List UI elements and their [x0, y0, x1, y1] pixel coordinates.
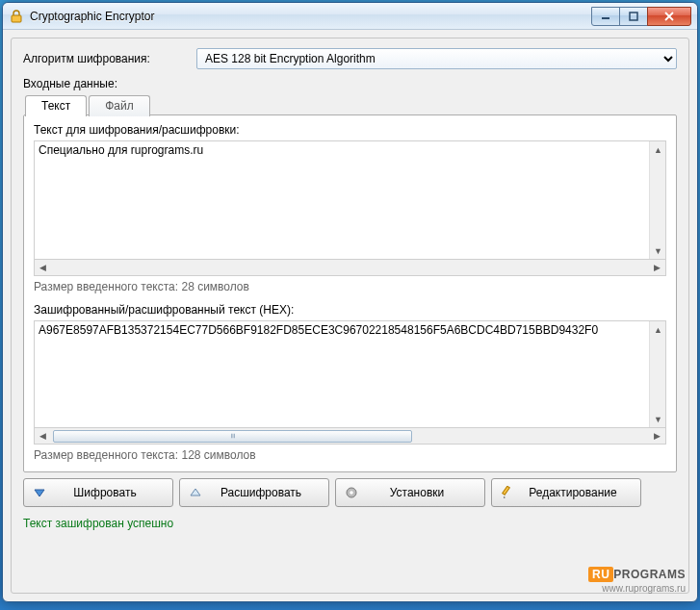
tab-file[interactable]: Файл [89, 95, 150, 116]
scroll-right-icon[interactable]: ▶ [649, 260, 665, 276]
svg-marker-4 [191, 489, 200, 496]
scroll-right-icon[interactable]: ▶ [649, 428, 665, 445]
scroll-left-icon[interactable]: ◀ [35, 428, 51, 445]
tabs: Текст Файл [25, 94, 677, 115]
algorithm-select[interactable]: AES 128 bit Encryption Algorithm [196, 48, 677, 69]
tab-panel-text: Текст для шифрования/расшифровки: ▲ ▼ ◀ … [23, 114, 677, 472]
edit-button[interactable]: Редактирование [491, 478, 641, 507]
main-panel: Алгоритм шифрования: AES 128 bit Encrypt… [11, 38, 689, 594]
svg-rect-7 [503, 486, 510, 495]
svg-marker-8 [504, 496, 506, 498]
maximize-button[interactable] [619, 7, 648, 26]
close-button[interactable] [647, 7, 691, 26]
encrypt-button[interactable]: Шифровать [23, 478, 173, 507]
scroll-track[interactable] [51, 428, 649, 445]
scroll-left-icon[interactable]: ◀ [35, 260, 51, 276]
svg-rect-0 [12, 15, 21, 22]
ciphertext-label: Зашифрованный/расшифрованный текст (HEX)… [34, 303, 666, 317]
algorithm-row: Алгоритм шифрования: AES 128 bit Encrypt… [23, 48, 677, 69]
input-data-label: Входные данные: [23, 77, 677, 90]
plaintext-label: Текст для шифрования/расшифровки: [34, 123, 666, 137]
status-message: Текст зашифрован успешно [23, 517, 677, 530]
svg-marker-3 [35, 490, 44, 496]
scroll-up-icon[interactable]: ▲ [650, 321, 666, 338]
plaintext-size-label: Размер введенного текста: 28 символов [34, 280, 666, 293]
lock-icon [9, 9, 24, 24]
client-area: Алгоритм шифрования: AES 128 bit Encrypt… [3, 30, 697, 601]
scrollbar-horizontal[interactable]: ◀ ▶ [34, 428, 666, 445]
logo-ru: RU [588, 567, 613, 582]
tab-text[interactable]: Текст [25, 95, 87, 116]
scroll-thumb[interactable] [53, 430, 412, 443]
logo-programs: PROGRAMS [613, 568, 686, 581]
decrypt-button[interactable]: Расшифровать [179, 478, 329, 507]
algorithm-label: Алгоритм шифрования: [23, 52, 196, 65]
scrollbar-vertical[interactable]: ▲ ▼ [649, 141, 665, 259]
action-buttons: Шифровать Расшифровать Установки [23, 478, 677, 507]
plaintext-input[interactable] [35, 141, 649, 259]
window-title: Cryptographic Encryptor [30, 10, 592, 23]
title-bar[interactable]: Cryptographic Encryptor [3, 3, 697, 30]
ciphertext-input[interactable] [35, 321, 649, 427]
svg-rect-1 [602, 17, 609, 19]
ciphertext-size-label: Размер введенного текста: 128 символов [34, 448, 666, 462]
window-controls [592, 7, 691, 26]
footer-logo: RUPROGRAMS www.ruprograms.ru [588, 567, 686, 594]
svg-point-6 [350, 491, 353, 495]
scrollbar-horizontal[interactable]: ◀ ▶ [34, 260, 666, 276]
plaintext-box: ▲ ▼ [34, 140, 666, 260]
scrollbar-vertical[interactable]: ▲ ▼ [649, 321, 665, 427]
logo-url: www.ruprograms.ru [588, 583, 686, 594]
scroll-up-icon[interactable]: ▲ [650, 141, 666, 158]
scroll-down-icon[interactable]: ▼ [650, 242, 666, 259]
settings-button[interactable]: Установки [335, 478, 485, 507]
minimize-button[interactable] [591, 7, 620, 26]
ciphertext-box: ▲ ▼ [34, 320, 666, 428]
app-window: Cryptographic Encryptor Алгоритм шифрова… [2, 2, 698, 602]
scroll-down-icon[interactable]: ▼ [650, 411, 666, 427]
svg-rect-2 [630, 13, 637, 20]
